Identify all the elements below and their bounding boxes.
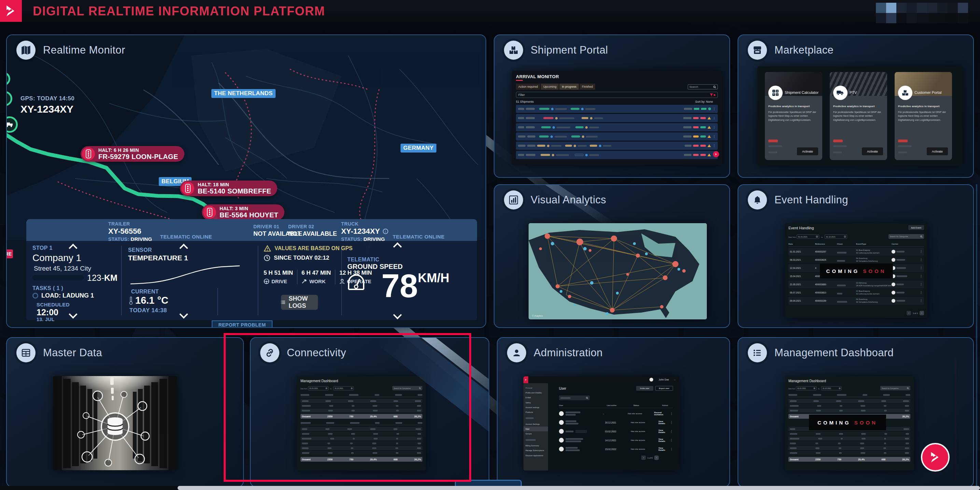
tab-upcoming[interactable]: Upcoming [541, 84, 558, 90]
invite-user-button[interactable]: Invite user [636, 386, 653, 391]
activate-button[interactable]: Activate [862, 147, 883, 155]
preview-heading: Event Handling [788, 226, 814, 230]
sidebar-item[interactable]: Safety [525, 400, 548, 405]
search-input[interactable]: Search [688, 84, 718, 89]
user-row[interactable]: 20.12.2021 Has site access View Details … [559, 418, 673, 427]
sidebar-item-selected[interactable]: User [523, 427, 548, 431]
halt-marker[interactable]: HALT: 6 H 26 MINFR-59279 LOON-PLAGE [81, 146, 185, 162]
user-row[interactable]: 14.12.2021 Has site access View Details … [559, 436, 673, 445]
prev-page-button[interactable]: ‹ [641, 455, 646, 460]
tile-administration[interactable]: Administration John Doe → Personal Profi… [497, 337, 730, 487]
sidebar-item[interactable]: Billing Summary [525, 443, 548, 448]
user-row[interactable]: 23.02.2022 Has site access View Details … [559, 445, 673, 454]
next-page-button[interactable]: › [920, 311, 924, 315]
shipment-row[interactable]: ⋮ [516, 151, 718, 159]
shipment-row-list: ⋮ ⋮ ⋮ [516, 105, 718, 160]
chevron-up-icon[interactable] [393, 242, 402, 251]
date-to-input[interactable]: 31.12.2021 [825, 235, 847, 239]
pagination-label: 1 of 1 [913, 312, 918, 314]
chevron-up-icon[interactable] [179, 244, 188, 252]
tile-shipment-portal[interactable]: Shipment Portal ARRIVAL MONITOR Action r… [494, 35, 730, 178]
report-problem-button[interactable]: REPORT PROBLEM [212, 320, 272, 328]
event-row[interactable]: 09.09.2021 400003159 04 Zustellung40 Ver… [788, 297, 924, 305]
sidebar-item[interactable]: Products [525, 410, 548, 415]
chevron-down-icon[interactable] [179, 310, 188, 318]
marketplace-card[interactable]: Shipment Calculator Predictive analytics… [765, 72, 822, 160]
halt-marker[interactable]: HALT: 18 MINBE-5140 SOMBREFFE [180, 181, 277, 196]
preview-heading: Management Dashboard [788, 379, 826, 383]
chevron-down-icon[interactable] [393, 311, 402, 319]
user-row[interactable]: 03.02.2022 Has site access View Details … [559, 427, 673, 436]
card-description: Für professionelle Spediteure ist DRIP d… [768, 110, 819, 122]
info-icon[interactable]: i [383, 228, 388, 234]
traffic-light-icon [82, 147, 95, 160]
sidebar-item[interactable]: E-Mail [525, 395, 548, 400]
fab-logo-button[interactable] [921, 443, 950, 472]
show-logs-button[interactable]: SHOW LOGS [281, 295, 318, 310]
management-dashboard-preview[interactable]: Management Dashboard Date from 01.01.202… [785, 376, 914, 471]
shipment-row[interactable]: ⋮ [516, 132, 718, 141]
activate-button[interactable]: Activate [927, 147, 948, 155]
date-from-input[interactable]: 01.01.2021 [796, 386, 816, 390]
tile-event-handling[interactable]: Event Handling Event Handling Add Event … [738, 184, 974, 328]
event-row[interactable]: 06.03.2021 400003625 04 Zustellung40 Ver… [788, 256, 924, 264]
tab-in-progress[interactable]: In progress [559, 84, 579, 90]
user-row[interactable]: - Has site access Resend invitation ⋮ [559, 409, 673, 418]
vehicle-status-bar: TRAILER XY-56556 STATUS: DRIVING TELEMAT… [26, 219, 477, 241]
sidebar-item[interactable]: Discover applications [525, 453, 548, 458]
filter-bar[interactable]: Filter [516, 92, 718, 98]
next-page-button[interactable]: › [654, 455, 659, 460]
shipment-row[interactable]: ⋮ [516, 105, 718, 113]
shipment-row[interactable]: ⋮ [516, 142, 718, 150]
date-from-input[interactable]: 01.01.2021 [797, 235, 819, 239]
app-logo-icon[interactable] [0, 0, 22, 22]
checklist-icon [748, 343, 767, 362]
task-value: LOAD: LADUNG 1 [41, 292, 94, 299]
table-row [788, 408, 910, 412]
activate-button[interactable]: Activate [797, 147, 818, 155]
shipment-row[interactable]: ⋮ [516, 114, 718, 122]
event-row[interactable]: 05.07.2021 400003810 01 Beauftragung31 L… [788, 289, 924, 297]
administration-preview[interactable]: John Doe → Personal Profile and Visibili… [523, 376, 679, 471]
halt-marker[interactable]: HALT: 3 MINBE-5564 HOUYET [202, 205, 285, 220]
card-description: Für professionelle Spediteure ist DRIP d… [898, 110, 948, 122]
sidebar-item[interactable]: Manage Subscriptions [525, 448, 548, 453]
tile-master-data[interactable]: Master Data [6, 337, 244, 487]
sidebar-item[interactable]: Account settings [525, 405, 548, 410]
chevron-up-icon[interactable] [68, 244, 77, 252]
horizontal-scrollbar[interactable] [0, 486, 980, 490]
date-to-input[interactable]: 31.12.2021 [821, 386, 842, 390]
tab-action-required[interactable]: Action required [516, 84, 540, 90]
search-input[interactable] [559, 395, 590, 400]
truck-icon [833, 86, 848, 100]
country-label-germany: GERMANY [401, 144, 436, 152]
shipment-row[interactable]: ⋮ [516, 123, 718, 132]
shipment-portal-preview[interactable]: ARRIVAL MONITOR Action required Upcoming… [512, 71, 722, 165]
add-event-button[interactable]: Add Event [908, 225, 924, 230]
marketplace-card[interactable]: PTV Predictive analytics in transport Fü… [830, 72, 887, 160]
scheduled-date: 13. JUL [37, 317, 55, 322]
search-input[interactable]: Search for Categories [888, 234, 924, 239]
marketplace-card[interactable]: Customer Portal Predictive analytics in … [895, 72, 952, 160]
event-row[interactable]: 01.01.2021 400003297 01 Beauftragung31 L… [788, 248, 924, 255]
country-label-netherlands: THE NETHERLANDS [212, 89, 275, 98]
table-row [788, 451, 910, 455]
chevron-down-icon[interactable] [68, 310, 77, 318]
prev-page-button[interactable]: ‹ [907, 311, 911, 315]
user-row-list: - Has site access Resend invitation ⋮ 20… [559, 409, 673, 454]
tile-realtime-monitor[interactable]: RE GPS: TODAY 14:50 XY-1234XY THE NETHER… [6, 35, 486, 328]
tile-visual-analytics[interactable]: Visual Analytics © mapbox [494, 184, 730, 328]
export-user-button[interactable]: Export user [655, 386, 673, 391]
logout-icon[interactable]: → [673, 378, 676, 381]
event-handling-preview[interactable]: Event Handling Add Event Date from 01.01… [785, 223, 928, 318]
search-input[interactable]: Search for Companies [880, 386, 910, 390]
tile-marketplace[interactable]: Marketplace Shipment Calculator Predicti… [738, 35, 974, 178]
sidebar-item[interactable]: Groups [525, 431, 548, 436]
sort-control[interactable]: Sort by: None [695, 100, 713, 103]
tab-finished[interactable]: Finished [579, 84, 595, 90]
sidebar-item[interactable]: Profile and Visibility [525, 390, 548, 395]
sidebar-item[interactable]: Account Settings [525, 422, 548, 427]
tile-title: Master Data [43, 347, 102, 359]
event-row[interactable]: 21.05.2021 400003660 02 Abholung28 ADR-A… [788, 281, 924, 288]
scrollbar-thumb[interactable] [178, 486, 980, 490]
